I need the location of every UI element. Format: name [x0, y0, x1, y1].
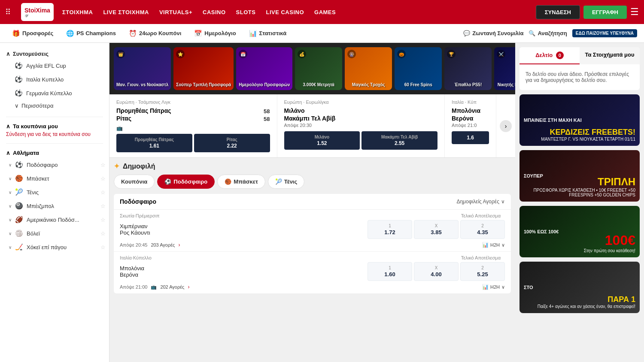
- nav-stoixima[interactable]: ΣΤΟΙΧΗΜΑ: [62, 9, 93, 15]
- promo-banner-0[interactable]: ΚΕΡΔΙΖΕΙΣ FREEBETS! ΜΑΝΤΕΣΤΕΡ Γ. VS ΝΙΟΥ…: [519, 94, 640, 146]
- sidebar-item-baseball[interactable]: ∨ 🎱 Μπέιζμπολ ☆: [0, 199, 109, 213]
- row-markets-0[interactable]: 203 Αγορές: [151, 242, 175, 247]
- sidebar-item-americanfootball[interactable]: ∨ 🏈 Αμερικάνικο Ποδόσ... ☆: [0, 213, 109, 226]
- promo-banner-1[interactable]: ΤΡΙΠΛΗ ΠΡΟΣΦΟΡΑ ΧΩΡΙΣ ΚΑΤΑΘΕΣΗ • 10€ FRE…: [519, 150, 640, 202]
- banner-sub-1: ΠΡΟΣΦΟΡΑ ΧΩΡΙΣ ΚΑΤΑΘΕΣΗ • 10€ FREEBET +5…: [524, 188, 635, 197]
- promo-banner-2[interactable]: 100€ Στην πρώτη σου κατάθεση! 100% ΕΩΣ 1…: [519, 206, 640, 257]
- promo-card-0[interactable]: 👑 Μαν. Γιουν. vs Νιούκαστλ: [114, 47, 171, 90]
- odds-1-0[interactable]: 1 1.72: [368, 220, 412, 239]
- sidebar-item-italy-cup[interactable]: ⚽ Ιταλία Κυπελλο: [6, 72, 103, 86]
- logo[interactable]: StoiXima .gr: [21, 3, 54, 21]
- match-team2-0: Ρίτας: [116, 115, 131, 122]
- search-icon: 🔍: [529, 30, 535, 36]
- star-icon-tennis[interactable]: ☆: [100, 189, 106, 196]
- row-league-0: Σκωτία·Πρέμιερσιπ: [120, 213, 457, 218]
- odd-btn-team1-1[interactable]: Μιλάνο 1.52: [284, 131, 360, 150]
- calendar-nav-item[interactable]: 📅 Ημερολόγιο: [189, 27, 241, 40]
- row-h2h-1[interactable]: 📊 H2H ∨: [482, 284, 505, 290]
- sidebar-item-tennis[interactable]: ∨ 🎾 Τένις ☆: [0, 185, 109, 199]
- betslip-tab-delta[interactable]: Δελτίο 0: [519, 47, 580, 64]
- popular-markets-dropdown[interactable]: Δημοφιλείς Αγορές ∨: [456, 199, 505, 205]
- star-icon-amfootball[interactable]: ☆: [100, 217, 106, 223]
- ps-champions-nav-item[interactable]: 🌐 PS Champions: [61, 27, 121, 40]
- stats-nav-item[interactable]: 📊 Στατιστικά: [244, 27, 292, 40]
- live-chat-button[interactable]: 💬 Ζωντανή Συνομιλία: [463, 30, 523, 36]
- popular-tabs: Κουπόνια ⚽ Ποδόσφαιρο 🏀 Μπάσκετ 🎾 Τένις: [114, 175, 511, 189]
- panel-next-button[interactable]: ›: [500, 120, 512, 132]
- hamburger-icon[interactable]: ☰: [630, 6, 639, 18]
- betslip-count-badge: 0: [556, 51, 564, 59]
- row-result-label-0: Τελικό Αποτέλεσμα: [461, 213, 501, 218]
- sidebar-item-football[interactable]: ∨ ⚽ Ποδόσφαιρο ☆: [0, 158, 109, 172]
- promo-card-4[interactable]: 🎡 Μαγικός Τροχός: [345, 47, 392, 90]
- tab-football[interactable]: ⚽ Ποδόσφαιρο: [157, 175, 215, 189]
- promo-card-6[interactable]: 🏆 Έπαθλο PS5!: [444, 47, 492, 90]
- hockey-label: Χόκεϊ επί πάγου: [27, 244, 67, 250]
- star-icon-volleyball[interactable]: ☆: [100, 230, 106, 237]
- star-icon-basketball[interactable]: ☆: [100, 175, 106, 182]
- coupon-nav-item[interactable]: ⏰ 24ωρο Κουπόνι: [124, 27, 186, 40]
- tab-basketball[interactable]: 🏀 Μπάσκετ: [217, 175, 265, 189]
- tab-tennis-label: Τένις: [284, 178, 297, 185]
- odd-btn-team2-0[interactable]: Ρίτας 2.22: [194, 134, 270, 152]
- match-row-footer-1: Απόψε 21:00 📺 202 Αγορές › 📊 H2H ∨: [114, 283, 511, 293]
- tv-icon-0: 📺: [116, 125, 123, 131]
- odds-x-0[interactable]: Χ 3.85: [414, 220, 459, 239]
- coupons-title[interactable]: ∧ Τα κουπόνια μου: [6, 123, 103, 130]
- nav-virtuals[interactable]: VIRTUALS+: [159, 9, 192, 15]
- promo-card-1[interactable]: ⭐ Σούπερ Τριπλή Προσφορά: [173, 47, 234, 90]
- tab-couponia-label: Κουπόνια: [121, 178, 147, 185]
- star-icon-hockey[interactable]: ☆: [100, 244, 106, 250]
- nav-live-casino[interactable]: LIVE CASINO: [266, 9, 304, 15]
- shortcuts-label: Συντομεύσεις: [13, 51, 49, 57]
- panel-arrow: ›: [496, 94, 515, 157]
- sidebar-item-basketball[interactable]: ∨ 🏀 Μπάσκετ ☆: [0, 172, 109, 185]
- chevron-down-icon: ∨: [15, 103, 19, 109]
- baseball-label: Μπέιζμπολ: [27, 203, 54, 209]
- sidebar-item-hockey[interactable]: ∨ 🏒 Χόκεϊ επί πάγου ☆: [0, 240, 109, 254]
- star-icon-football[interactable]: ☆: [100, 162, 106, 168]
- row-time-1: Απόψε 21:00: [120, 284, 147, 290]
- star-icon-baseball[interactable]: ☆: [100, 203, 106, 209]
- tab-couponia[interactable]: Κουπόνια: [114, 175, 155, 189]
- tab-tennis[interactable]: 🎾 Τένις: [268, 175, 304, 189]
- sidebar-item-efl[interactable]: ⚽ Αγγλία EFL Cup: [6, 59, 103, 72]
- odd-btn-2[interactable]: 1.6: [452, 131, 489, 144]
- row-markets-1[interactable]: 202 Αγορές: [160, 284, 184, 290]
- odd-btn-team1-0[interactable]: Προμηθέας Πάτρας 1.61: [116, 134, 192, 152]
- search-button[interactable]: 🔍 Αναζήτηση: [529, 30, 567, 36]
- sidebar-item-germany-cup[interactable]: ⚽ Γερμανία Κύπελλο: [6, 86, 103, 100]
- odd-btn-team2-1[interactable]: Μακάμπι Τελ Αβίβ 2.55: [361, 131, 437, 150]
- promo-nav-item[interactable]: 🎁 Προσφορές: [7, 27, 58, 40]
- register-button[interactable]: ΕΓΓΡΑΦΗ: [583, 6, 627, 19]
- nav-live[interactable]: LIVE ΣΤΟΙΧΗΜΑ: [103, 9, 149, 15]
- sports-title[interactable]: ∧ Αθλήματα: [0, 146, 109, 158]
- odds-2-1[interactable]: 2 5.25: [460, 262, 505, 281]
- promo-banner-3[interactable]: ΠΑΡΑ 1 Παίξε 4+ αγώνες και αν χάσεις ένα…: [519, 262, 640, 313]
- login-button[interactable]: ΣΥΝΔΕΣΗ: [536, 5, 580, 19]
- promo-card-3[interactable]: 💰 3.000€ Μετρητά: [295, 47, 342, 90]
- grid-icon[interactable]: ⠿: [5, 7, 11, 17]
- odds-1-1[interactable]: 1 1.60: [368, 262, 412, 281]
- banner-left-0: ΜΠΑΙΝΕΙΣ ΣΤΗ ΜΑΧΗ ΚΑΙ: [524, 118, 582, 123]
- promo-card-2[interactable]: 📅 Ημερολόγιο Προσφορών: [236, 47, 292, 90]
- sidebar-item-germany-label: Γερμανία Κύπελλο: [26, 90, 72, 97]
- sidebar-more-link[interactable]: ∨ Περισσότερα: [6, 100, 103, 112]
- sidebar-shortcuts-header[interactable]: ∧ Συντομεύσεις: [6, 47, 103, 59]
- row-h2h-0[interactable]: 📊 H2H ∨: [482, 242, 505, 248]
- volleyball-icon: 🏐: [15, 229, 23, 237]
- banner-title-0: ΚΕΡΔΙΖΕΙΣ FREEBETS!: [550, 128, 635, 137]
- nav-casino[interactable]: CASINO: [203, 9, 226, 15]
- odds-x-1[interactable]: Χ 4.00: [414, 262, 459, 281]
- tv-icon-row-1: 📺: [151, 284, 157, 290]
- odds-2-0[interactable]: 2 4.35: [460, 220, 505, 239]
- nav-slots[interactable]: SLOTS: [236, 9, 256, 15]
- betslip-tab-mybets[interactable]: Τα Στοιχήματά μου: [580, 47, 640, 64]
- coupons-login-link[interactable]: Σύνδεση για να δεις τα κουπόνια σου: [6, 131, 103, 137]
- sec-nav-right: 💬 Ζωντανή Συνομιλία 🔍 Αναζήτηση ΕΔΩ ΠΑΙΖ…: [463, 29, 637, 37]
- nav-games[interactable]: GAMES: [314, 9, 336, 15]
- promo-card-5[interactable]: 🎃 60 Free Spins: [395, 47, 442, 90]
- sidebar-item-volleyball[interactable]: ∨ 🏐 Βόλεϊ ☆: [0, 226, 109, 240]
- promo-card-7[interactable]: ⚔️ Νικητής Εβδομάδας: [494, 47, 515, 90]
- barchart-icon-1: 📊: [482, 284, 489, 290]
